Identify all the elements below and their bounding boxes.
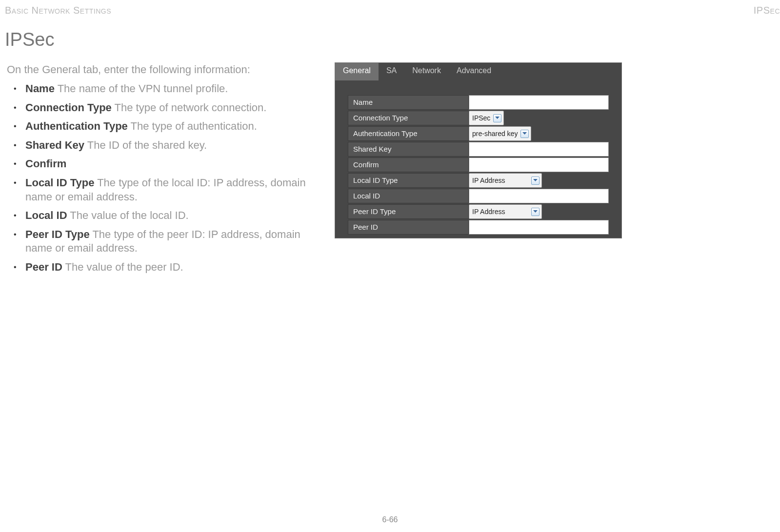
term: Connection Type xyxy=(25,101,112,114)
label-peer-id: Peer ID xyxy=(348,220,469,235)
header-left: Basic Network Settings xyxy=(5,5,111,16)
desc: The value of the peer ID. xyxy=(65,261,183,273)
section-title: IPSec xyxy=(5,29,54,50)
term: Shared Key xyxy=(25,139,84,151)
row-shared-key: Shared Key xyxy=(348,142,609,157)
label-peer-id-type: Peer ID Type xyxy=(348,204,469,219)
intro-text: On the General tab, enter the following … xyxy=(7,63,319,76)
desc: The type of authentication. xyxy=(131,120,257,132)
list-item: Connection Type The type of network conn… xyxy=(19,101,319,115)
auth-type-select[interactable]: pre-shared key xyxy=(469,126,531,141)
list-item: Peer ID Type The type of the peer ID: IP… xyxy=(19,228,319,256)
list-item: Confirm xyxy=(19,157,319,171)
list-item: Name The name of the VPN tunnel profile. xyxy=(19,82,319,96)
chevron-down-icon xyxy=(531,208,540,216)
list-item: Peer ID The value of the peer ID. xyxy=(19,260,319,275)
row-connection-type: Connection Type IPSec xyxy=(348,111,609,125)
content-text: On the General tab, enter the following … xyxy=(7,63,319,279)
term: Peer ID Type xyxy=(25,228,90,240)
connection-type-select[interactable]: IPSec xyxy=(469,111,504,125)
chevron-down-icon xyxy=(531,177,540,185)
tab-sa[interactable]: SA xyxy=(379,63,404,80)
row-name: Name xyxy=(348,95,609,110)
term: Authentication Type xyxy=(25,120,128,132)
list-item: Authentication Type The type of authenti… xyxy=(19,119,319,134)
term: Name xyxy=(25,82,55,95)
peer-id-type-value: IP Address xyxy=(472,208,505,216)
list-item: Local ID Type The type of the local ID: … xyxy=(19,176,319,204)
tab-advanced[interactable]: Advanced xyxy=(449,63,499,80)
term: Local ID xyxy=(25,209,67,221)
label-confirm: Confirm xyxy=(348,158,469,172)
peer-id-input[interactable] xyxy=(469,220,609,235)
chevron-down-icon xyxy=(520,130,529,138)
header-right: IPSec xyxy=(754,5,780,16)
label-auth-type: Authentication Type xyxy=(348,126,469,141)
row-local-id: Local ID xyxy=(348,189,609,203)
desc: The ID of the shared key. xyxy=(87,139,207,151)
row-peer-id: Peer ID xyxy=(348,220,609,235)
list-item: Shared Key The ID of the shared key. xyxy=(19,138,319,153)
local-id-type-select[interactable]: IP Address xyxy=(469,173,542,188)
local-id-type-value: IP Address xyxy=(472,177,505,184)
shared-key-input[interactable] xyxy=(469,142,609,157)
term: Confirm xyxy=(25,158,66,170)
row-auth-type: Authentication Type pre-shared key xyxy=(348,126,609,141)
desc: The name of the VPN tunnel profile. xyxy=(58,82,228,95)
label-local-id-type: Local ID Type xyxy=(348,173,469,188)
ipsec-config-panel: General SA Network Advanced Name Connect… xyxy=(335,62,622,238)
list-item: Local ID The value of the local ID. xyxy=(19,209,319,223)
connection-type-value: IPSec xyxy=(472,114,490,122)
confirm-input[interactable] xyxy=(469,158,609,172)
label-shared-key: Shared Key xyxy=(348,142,469,157)
row-local-id-type: Local ID Type IP Address xyxy=(348,173,609,188)
term: Local ID Type xyxy=(25,177,94,189)
tab-network[interactable]: Network xyxy=(404,63,449,80)
label-local-id: Local ID xyxy=(348,189,469,203)
tab-bar: General SA Network Advanced xyxy=(335,63,621,80)
page-number: 6-66 xyxy=(382,515,398,524)
form-area: Name Connection Type IPSec Authenticatio… xyxy=(335,80,621,240)
desc: The value of the local ID. xyxy=(70,209,188,221)
row-peer-id-type: Peer ID Type IP Address xyxy=(348,204,609,219)
local-id-input[interactable] xyxy=(469,189,609,203)
auth-type-value: pre-shared key xyxy=(472,130,518,138)
tab-general[interactable]: General xyxy=(335,63,379,80)
name-input[interactable] xyxy=(469,95,609,110)
desc: The type of network connection. xyxy=(115,101,267,114)
term: Peer ID xyxy=(25,261,62,273)
row-confirm: Confirm xyxy=(348,158,609,172)
label-connection-type: Connection Type xyxy=(348,111,469,125)
bullet-list: Name The name of the VPN tunnel profile.… xyxy=(7,82,319,275)
label-name: Name xyxy=(348,95,469,110)
chevron-down-icon xyxy=(493,114,501,122)
peer-id-type-select[interactable]: IP Address xyxy=(469,204,542,219)
